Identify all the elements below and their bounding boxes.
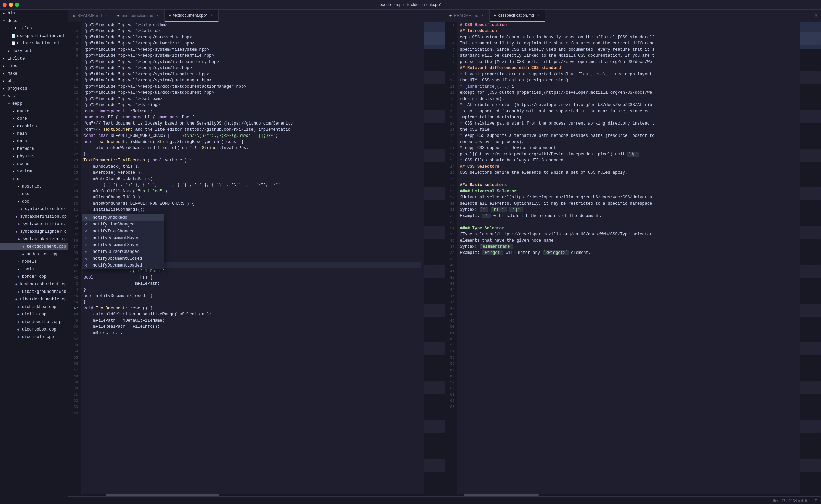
sidebar-item-cssspecificationmd[interactable]: 📄cssspecification.md — [0, 32, 68, 40]
sidebar-item-label: abstract — [22, 184, 42, 189]
right-minimap — [800, 22, 821, 494]
tab-uiintroductionmd[interactable]: ◈uiintroduction.md× — [113, 10, 164, 22]
sidebar-item-label: network — [17, 146, 34, 151]
sidebar-item-uiborderdrawablecp[interactable]: ◈uiborderdrawable.cp — [0, 296, 68, 303]
sidebar-item-uibackgrounddrawab[interactable]: ◈uibackgrounddrawab — [0, 288, 68, 296]
sidebar-item-uiintroductionmd[interactable]: 📄uiintroduction.md — [0, 40, 68, 47]
autocomplete-item[interactable]: ⊙notifyDocumentLoaded — [82, 262, 164, 269]
tab-close-button[interactable]: × — [209, 13, 214, 18]
autocomplete-item[interactable]: ⊙notifyDocumentMoved — [82, 235, 164, 242]
sidebar-item-undostackcpp[interactable]: ◈undostack.cpp — [0, 250, 68, 258]
sidebar-item-include[interactable]: ▸include — [0, 55, 68, 62]
right-hscroll-thumb[interactable] — [464, 494, 539, 496]
sidebar-item-network[interactable]: ▸network — [0, 145, 68, 153]
sidebar-item-main[interactable]: ▸main — [0, 130, 68, 138]
minimap-viewport[interactable] — [424, 22, 445, 49]
method-icon: ⊙ — [85, 229, 90, 233]
sidebar-item-core[interactable]: ▸core — [0, 115, 68, 122]
sidebar-item-syntaxhighlighterc[interactable]: ◈syntaxhighlighter.c — [0, 228, 68, 235]
autocomplete-item-label: notifyLineChanged — [93, 222, 134, 227]
sidebar-item-physics[interactable]: ▸physics — [0, 153, 68, 160]
sidebar-item-math[interactable]: ▸math — [0, 138, 68, 145]
sidebar-item-uiconsolecpp[interactable]: ◈uiconsole.cpp — [0, 333, 68, 341]
file-md-icon: 📄 — [11, 33, 16, 39]
sidebar-item-doxyrest[interactable]: ▸doxyrest — [0, 47, 68, 55]
sidebar-item-textdocumentcpp[interactable]: ◈textdocument.cpp — [0, 243, 68, 250]
sidebar-item-abstract[interactable]: ▸abstract — [0, 183, 68, 190]
tab-close-button[interactable]: × — [104, 13, 108, 18]
tab-textdocumentcpp[interactable]: ◈textdocument.cpp*× — [165, 10, 219, 22]
tab-close-button[interactable]: × — [155, 13, 160, 18]
autocomplete-item[interactable]: ⊙notifyTextChanged — [82, 228, 164, 235]
sidebar-item-models[interactable]: ▸models — [0, 258, 68, 266]
sidebar-item-libs[interactable]: ▸libs — [0, 62, 68, 70]
sidebar-item-bin[interactable]: ▸bin — [0, 10, 68, 17]
sidebar-item-eepp[interactable]: ▾eepp — [0, 100, 68, 107]
sidebar-item-label: audio — [17, 109, 29, 114]
autocomplete-dropdown[interactable]: ⊙notifyUndoRedo⊙notifyLineChanged⊙notify… — [82, 214, 164, 269]
sidebar-item-audio[interactable]: ▸audio — [0, 107, 68, 115]
sidebar-item-tools[interactable]: ▸tools — [0, 266, 68, 273]
right-horizontal-scrollbar[interactable] — [445, 494, 821, 496]
window-controls[interactable] — [3, 3, 19, 7]
sidebar-item-src[interactable]: ▾src — [0, 92, 68, 100]
folder-closed-icon: ▸ — [1, 11, 7, 16]
window-title: ecode - eepp - textdocument.cpp* — [380, 2, 441, 7]
left-horizontal-scrollbar[interactable] — [68, 494, 445, 496]
method-icon: ⊙ — [85, 243, 90, 247]
sidebar-item-graphics[interactable]: ▸graphics — [0, 122, 68, 130]
titlebar: ecode - eepp - textdocument.cpp* — [0, 0, 821, 10]
file-gen-icon: ◈ — [21, 244, 26, 249]
sidebar-item-doc[interactable]: ▾doc — [0, 198, 68, 205]
folder-closed-icon: ▸ — [11, 131, 16, 137]
autocomplete-item[interactable]: ⊙notifyLineChanged — [82, 221, 164, 228]
sidebar-item-syntaxtokenizercp[interactable]: ◈syntaxtokenizer.cp — [0, 235, 68, 243]
right-minimap-viewport[interactable] — [800, 22, 821, 49]
sidebar-item-projects[interactable]: ▸projects — [0, 85, 68, 92]
tab-close-button[interactable]: × — [536, 13, 541, 18]
tab-label: README.md — [77, 13, 102, 18]
tab-READMEmd[interactable]: ◈README.md× — [68, 10, 113, 22]
sidebar-item-uicheckboxcpp[interactable]: ◈uicheckbox.cpp — [0, 303, 68, 311]
sidebar[interactable]: ▸bin▾docs▾articles📄cssspecification.md📄u… — [0, 10, 68, 504]
sidebar-item-uicomboboxcpp[interactable]: ◈uicombobox.cpp — [0, 326, 68, 333]
tab-cssspecificationmd[interactable]: ◈cssspecification.md× — [490, 10, 545, 22]
folder-closed-icon: ▸ — [16, 191, 21, 197]
sidebar-item-ui[interactable]: ▾ui — [0, 175, 68, 183]
sidebar-item-syntaxdefinitionma[interactable]: ◈syntaxdefinitionma — [0, 220, 68, 228]
sidebar-item-make[interactable]: ▸make — [0, 70, 68, 77]
sidebar-item-bordercpp[interactable]: ◈border.cpp — [0, 273, 68, 281]
autocomplete-item[interactable]: ⊙notifyDocumentClosed — [82, 255, 164, 262]
sidebar-item-uiclipcpp[interactable]: ◈uiclip.cpp — [0, 311, 68, 318]
tab-close-button[interactable]: × — [480, 13, 485, 18]
sidebar-item-label: include — [8, 56, 25, 61]
sidebar-item-scene[interactable]: ▸scene — [0, 160, 68, 168]
sidebar-item-obj[interactable]: ▸obj — [0, 77, 68, 85]
autocomplete-item[interactable]: ⊙notifyCursorChanged — [82, 248, 164, 255]
sidebar-item-label: eepp — [12, 101, 22, 106]
sidebar-item-syntaxdefinitioncp[interactable]: ◈syntaxdefinition.cp — [0, 213, 68, 220]
autocomplete-item[interactable]: ⊙notifyDocumentSaved — [82, 242, 164, 248]
left-hscroll-thumb[interactable] — [106, 494, 219, 496]
sidebar-item-syntaxcolorscheme[interactable]: ◈syntaxcolorscheme — [0, 205, 68, 213]
tab-READMEmd[interactable]: ◈README.md× — [445, 10, 490, 22]
right-code-content[interactable]: # CSS Specification## Introductioneepp C… — [457, 22, 801, 494]
sidebar-item-keyboardshortcutcp[interactable]: ◈keyboardshortcut.cp — [0, 281, 68, 288]
settings-button[interactable]: ⚙ — [810, 13, 821, 18]
sidebar-item-label: uiintroduction.md — [17, 41, 59, 46]
maximize-button[interactable] — [15, 3, 19, 7]
method-icon: ⊙ — [85, 257, 90, 261]
sidebar-item-label: uiborderdrawable.cp — [20, 297, 67, 302]
sidebar-item-articles[interactable]: ▾articles — [0, 25, 68, 32]
sidebar-item-css[interactable]: ▸css — [0, 190, 68, 198]
autocomplete-item[interactable]: ⊙notifyUndoRedo — [82, 214, 164, 221]
sidebar-item-docs[interactable]: ▾docs — [0, 17, 68, 25]
split-editors: ◈README.md×◈uiintroduction.md×◈textdocum… — [68, 10, 821, 496]
sidebar-item-system[interactable]: ▸system — [0, 168, 68, 175]
close-button[interactable] — [3, 3, 7, 7]
sidebar-item-label: main — [17, 131, 27, 136]
sidebar-item-label: doxyrest — [12, 49, 32, 53]
minimize-button[interactable] — [9, 3, 13, 7]
sidebar-item-uicodeeditorcpp[interactable]: ◈uicodeeditor.cpp — [0, 318, 68, 326]
folder-closed-icon: ▸ — [11, 108, 16, 114]
